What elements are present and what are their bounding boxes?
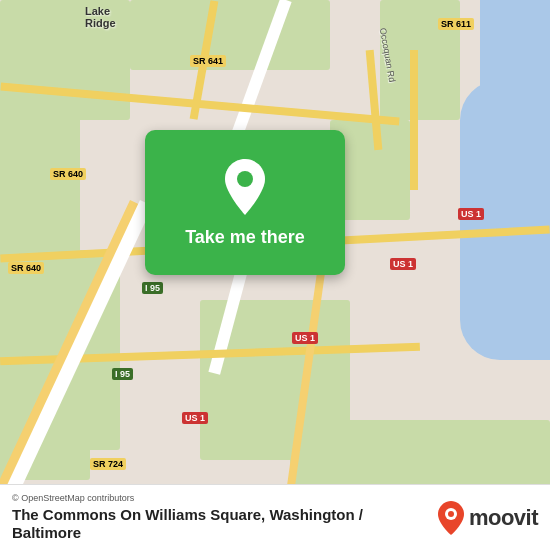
- location-name-line2: Baltimore: [12, 524, 81, 541]
- green-area-2: [130, 0, 330, 70]
- moovit-logo: moovit: [437, 500, 538, 536]
- moovit-text: moovit: [469, 505, 538, 531]
- road-label-us1d: US 1: [182, 412, 208, 424]
- road-label-i95a: I 95: [142, 282, 163, 294]
- osm-credit: © OpenStreetMap contributors: [12, 493, 363, 503]
- svg-point-3: [448, 511, 454, 517]
- bottom-left: © OpenStreetMap contributors The Commons…: [12, 493, 363, 542]
- moovit-pin-icon: [437, 500, 465, 536]
- location-name-line1: The Commons On Williams Square, Washingt…: [12, 506, 363, 523]
- water-body: [460, 80, 550, 360]
- road-label-us1a: US 1: [458, 208, 484, 220]
- bottom-bar: © OpenStreetMap contributors The Commons…: [0, 484, 550, 550]
- road-label-sr724: SR 724: [90, 458, 126, 470]
- road-label-sr611: SR 611: [438, 18, 474, 30]
- road-label-us1c: US 1: [292, 332, 318, 344]
- svg-point-1: [237, 171, 253, 187]
- location-name-container: The Commons On Williams Square, Washingt…: [12, 506, 363, 542]
- road-label-sr641: SR 641: [190, 55, 226, 67]
- road-label-i95b: I 95: [112, 368, 133, 380]
- road-label-sr640a: SR 640: [50, 168, 86, 180]
- road-label-sr640b: SR 640: [8, 262, 44, 274]
- location-pin-icon: [220, 157, 270, 217]
- road-vertical-3: [410, 50, 418, 190]
- road-label-us1b: US 1: [390, 258, 416, 270]
- lake-ridge-label: LakeRidge: [85, 5, 116, 29]
- water-top: [480, 0, 550, 100]
- location-title: The Commons On Williams Square, Washingt…: [12, 506, 363, 541]
- take-me-there-label: Take me there: [185, 227, 305, 248]
- map-container: LakeRidge SR 641 SR 611 SR 640 SR 640 I …: [0, 0, 550, 550]
- take-me-there-card[interactable]: Take me there: [145, 130, 345, 275]
